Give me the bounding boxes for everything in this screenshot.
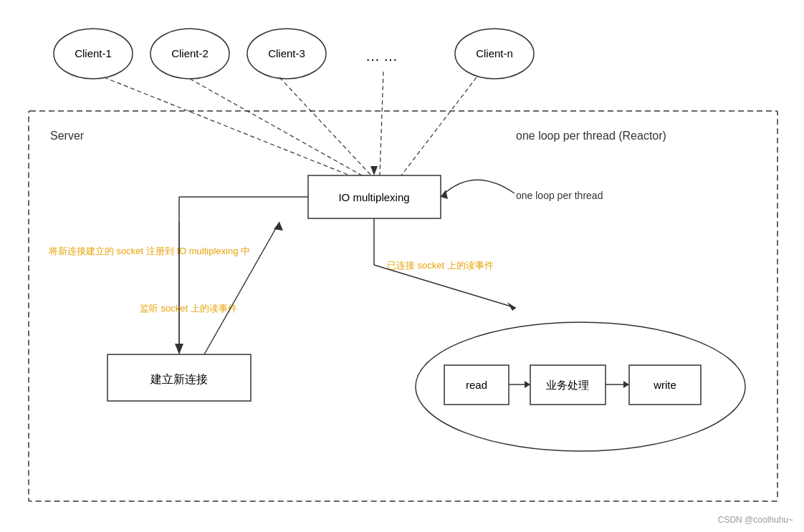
- svg-text:Client-3: Client-3: [268, 47, 305, 59]
- svg-text:将新连接建立的 socket 注册到 IO multiple: 将新连接建立的 socket 注册到 IO multiplexing 中: [48, 246, 250, 256]
- svg-text:Client-2: Client-2: [171, 47, 209, 59]
- svg-text:已连接 socket 上的读事件: 已连接 socket 上的读事件: [387, 260, 494, 271]
- svg-text:one loop per thread (Reactor): one loop per thread (Reactor): [516, 130, 666, 142]
- svg-text:read: read: [466, 379, 487, 391]
- svg-text:业务处理: 业务处理: [546, 379, 589, 391]
- svg-text:write: write: [653, 379, 676, 391]
- svg-text:IO multiplexing: IO multiplexing: [338, 191, 409, 203]
- watermark: CSDN @coolhuhu~: [718, 515, 793, 525]
- diagram-container: Client-1 Client-2 Client-3 …… Client-n S…: [0, 0, 804, 532]
- svg-text:Server: Server: [50, 130, 85, 142]
- svg-text:监听 socket 上的读事件: 监听 socket 上的读事件: [140, 303, 237, 314]
- svg-text:建立新连接: 建立新连接: [150, 373, 208, 385]
- main-diagram: Client-1 Client-2 Client-3 …… Client-n S…: [0, 0, 804, 532]
- svg-text:……: ……: [365, 48, 401, 64]
- svg-text:one loop per thread: one loop per thread: [516, 190, 603, 201]
- svg-text:Client-1: Client-1: [75, 47, 112, 59]
- svg-text:Client-n: Client-n: [476, 47, 513, 59]
